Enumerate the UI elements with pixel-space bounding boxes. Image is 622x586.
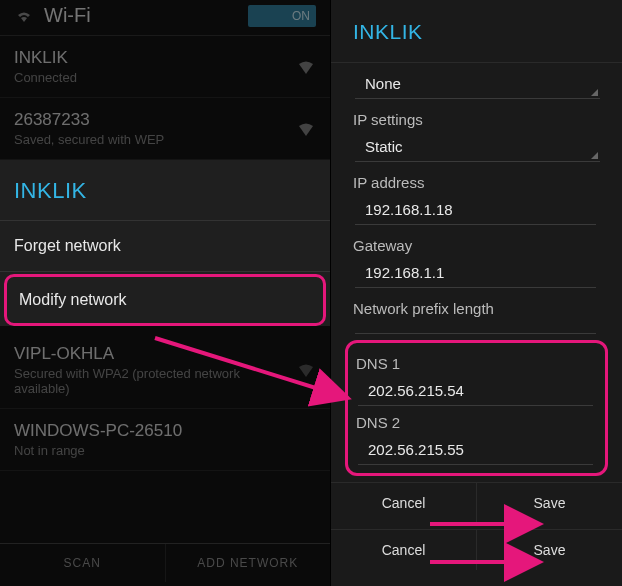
- wifi-header: Wi-Fi ON: [0, 0, 330, 36]
- network-status: Connected: [14, 70, 296, 85]
- modify-network-option[interactable]: Modify network: [4, 274, 326, 326]
- cancel-button[interactable]: Cancel: [331, 483, 477, 523]
- ip-settings-label: IP settings: [353, 111, 600, 128]
- dialog-buttons-2: Cancel Save: [331, 529, 622, 570]
- dns-highlight-box: DNS 1 202.56.215.54 DNS 2 202.56.215.55: [345, 340, 608, 476]
- dialog-buttons: Cancel Save: [331, 482, 622, 523]
- signal-icon: [296, 59, 316, 75]
- prefix-length-input[interactable]: [355, 321, 596, 334]
- dns1-input[interactable]: 202.56.215.54: [358, 376, 593, 406]
- network-name: WINDOWS-PC-26510: [14, 421, 316, 441]
- bottom-action-bar: SCAN ADD NETWORK: [0, 543, 330, 582]
- gateway-input[interactable]: 192.168.1.1: [355, 258, 596, 288]
- prefix-length-label: Network prefix length: [353, 300, 600, 317]
- ip-settings-select[interactable]: Static: [355, 132, 600, 162]
- save-button-2[interactable]: Save: [477, 530, 622, 570]
- modify-network-dialog: INKLIK None IP settings Static IP addres…: [330, 0, 622, 586]
- wifi-settings-panel: Wi-Fi ON INKLIK Connected 26387233 Saved…: [0, 0, 330, 586]
- network-name: VIPL-OKHLA: [14, 344, 296, 364]
- network-item-windows[interactable]: WINDOWS-PC-26510 Not in range: [0, 409, 330, 471]
- network-status: Secured with WPA2 (protected network ava…: [14, 366, 296, 396]
- dns2-input[interactable]: 202.56.215.55: [358, 435, 593, 465]
- gateway-label: Gateway: [353, 237, 600, 254]
- wifi-toggle[interactable]: ON: [248, 5, 316, 27]
- wifi-icon: [14, 8, 34, 24]
- save-button[interactable]: Save: [477, 483, 622, 523]
- network-item-vipl[interactable]: VIPL-OKHLA Secured with WPA2 (protected …: [0, 328, 330, 409]
- network-item-inklik[interactable]: INKLIK Connected: [0, 36, 330, 98]
- signal-icon: [296, 362, 316, 378]
- network-name: 26387233: [14, 110, 296, 130]
- add-network-button[interactable]: ADD NETWORK: [166, 544, 331, 582]
- wifi-title: Wi-Fi: [44, 4, 248, 27]
- dns1-label: DNS 1: [356, 355, 597, 372]
- network-status: Not in range: [14, 443, 316, 458]
- network-name: INKLIK: [14, 48, 296, 68]
- forget-network-option[interactable]: Forget network: [0, 221, 330, 272]
- dialog-title: INKLIK: [0, 160, 330, 221]
- signal-icon: [296, 121, 316, 137]
- ip-address-label: IP address: [353, 174, 600, 191]
- proxy-select[interactable]: None: [355, 69, 600, 99]
- network-context-dialog: INKLIK Forget network Modify network: [0, 160, 330, 326]
- cancel-button-2[interactable]: Cancel: [331, 530, 477, 570]
- scan-button[interactable]: SCAN: [0, 544, 166, 582]
- network-item-26387233[interactable]: 26387233 Saved, secured with WEP: [0, 98, 330, 160]
- ip-address-input[interactable]: 192.168.1.18: [355, 195, 596, 225]
- dns2-label: DNS 2: [356, 414, 597, 431]
- dialog-network-title: INKLIK: [331, 0, 622, 63]
- network-status: Saved, secured with WEP: [14, 132, 296, 147]
